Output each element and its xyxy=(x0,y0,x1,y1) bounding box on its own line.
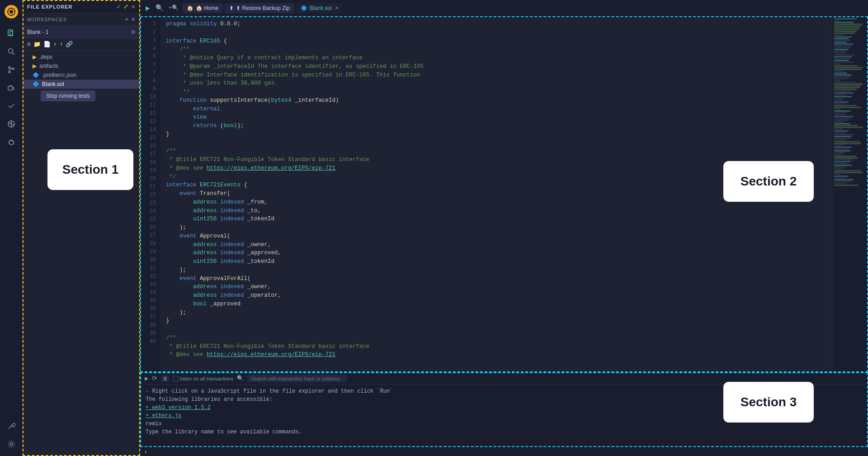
code-line-33: address indexed _operator, xyxy=(166,291,826,300)
sidebar-deploy-icon[interactable] xyxy=(3,116,19,132)
code-line-32: address indexed _owner, xyxy=(166,283,826,291)
ft-download-icon[interactable]: ⬇ xyxy=(60,41,63,48)
code-line-14: } xyxy=(166,130,826,139)
line-number-4: 4 xyxy=(153,44,156,52)
fe-expand-icon[interactable]: ⤢ xyxy=(123,3,129,10)
workspaces-bar: WORKSPACES + ≡ xyxy=(23,14,140,26)
terminal-line: The following libraries are accessible: xyxy=(146,395,863,404)
status-arrow-icon[interactable]: › xyxy=(144,448,147,456)
terminal-search-icon[interactable]: 🔍 xyxy=(237,375,244,382)
blank-tab-icon[interactable]: ⊙ xyxy=(132,28,135,36)
home-icon: 🏠 xyxy=(187,5,193,11)
line-number-34: 34 xyxy=(150,289,156,297)
listen-label: listen on all transactions xyxy=(180,376,233,381)
file-label-artifacts: artifacts xyxy=(39,63,58,69)
active-tab-label: Blank.sol xyxy=(310,5,332,11)
line-number-2: 2 xyxy=(153,28,156,36)
ft-link-icon[interactable]: 🔗 xyxy=(66,41,73,48)
ft-upload-icon[interactable]: ⬆ xyxy=(53,41,57,48)
terminal-recycle-icon[interactable]: ⟳ xyxy=(152,375,157,382)
code-content[interactable]: pragma solidity 0.8.0; interface ERC165 … xyxy=(160,16,832,372)
terminal-link[interactable]: • ethers.js xyxy=(146,413,181,419)
code-line-29: uint256 indexed _tokenId xyxy=(166,257,826,266)
app-logo[interactable] xyxy=(3,4,19,20)
file-item-blank-sol[interactable]: 🔷 Blank.sol xyxy=(23,80,140,89)
active-tab-close-icon[interactable]: ✕ xyxy=(335,5,339,10)
line-number-26: 26 xyxy=(150,223,156,232)
code-line-22: address indexed _from, xyxy=(166,198,826,207)
file-item-prettierrc[interactable]: 🔷 .prettierrc.json xyxy=(23,71,140,80)
terminal-arrow-icon[interactable]: ▶ xyxy=(145,375,148,382)
sidebar-plugin-icon[interactable] xyxy=(3,80,19,96)
line-number-6: 6 xyxy=(153,61,156,69)
ft-file-icon[interactable]: 📄 xyxy=(43,41,51,48)
active-file-tab[interactable]: 🔷 Blank.sol ✕ xyxy=(296,3,343,13)
code-line-27: address indexed _owner, xyxy=(166,241,826,249)
code-line-5: * @notice Query if a contract implements… xyxy=(166,54,826,62)
sidebar-check-icon[interactable] xyxy=(3,98,19,114)
topbar-play-icon[interactable]: ▶ xyxy=(144,2,152,14)
logo-circle xyxy=(5,5,18,19)
terminal-toolbar: ▶ ⟳ 0 listen on all transactions 🔍 xyxy=(140,373,868,385)
blank-tab[interactable]: Blank - 1 ⊙ xyxy=(23,26,140,38)
folder-icon-deps: ▶ xyxy=(33,54,37,60)
sidebar-settings-icon[interactable] xyxy=(3,436,19,452)
code-line-37 xyxy=(166,325,826,334)
svg-line-22 xyxy=(9,143,9,144)
code-line-9: */ xyxy=(166,88,826,96)
line-number-40: 40 xyxy=(150,337,156,346)
terminal-search-input[interactable] xyxy=(247,375,347,382)
sidebar-files-icon[interactable] xyxy=(3,25,19,42)
code-line-39: * @title ERC721 Non-Fungible Token Stand… xyxy=(166,342,826,351)
code-line-13: returns (bool); xyxy=(166,122,826,130)
sidebar-wrench-icon[interactable] xyxy=(3,418,19,434)
sidebar-debug-icon[interactable] xyxy=(3,134,19,150)
workspaces-label: WORKSPACES xyxy=(27,17,67,22)
restore-backup-button[interactable]: ⬆ ⬆ Restore Backup Zip xyxy=(225,3,294,13)
code-line-10: function supportsInterface(bytes4 _inter… xyxy=(166,96,826,105)
code-line-30: ); xyxy=(166,266,826,275)
line-number-15: 15 xyxy=(150,134,156,142)
topbar-zoomin-icon[interactable]: +🔍 xyxy=(167,3,180,13)
svg-rect-3 xyxy=(10,31,13,35)
ft-fold-icon[interactable]: ⊞ xyxy=(27,41,31,48)
line-number-19: 19 xyxy=(150,166,156,175)
code-line-7: * @dev Interface identification is speci… xyxy=(166,71,826,80)
code-line-6: * @param _interfaceId The interface iden… xyxy=(166,62,826,71)
workspaces-add-icon[interactable]: + xyxy=(125,16,128,23)
folder-icon-artifacts: ▶ xyxy=(33,63,37,69)
file-item-artifacts[interactable]: ▶ artifacts xyxy=(23,62,140,71)
file-label-blank-sol: Blank.sol xyxy=(42,81,64,87)
sidebar-search-icon[interactable] xyxy=(3,43,19,60)
workspaces-icons: + ≡ xyxy=(125,16,135,23)
svg-line-24 xyxy=(9,425,12,429)
editor-area: 1234567891011121314151617181920212223242… xyxy=(140,16,868,372)
code-line-20: interface ERC721Events { xyxy=(166,181,826,190)
file-label-prettierrc: .prettierrc.json xyxy=(42,72,76,78)
workspaces-menu-icon[interactable]: ≡ xyxy=(132,16,135,23)
file-icon-prettierrc: 🔷 xyxy=(33,72,39,78)
file-item-deps[interactable]: ▶ .deps xyxy=(23,52,140,62)
line-number-37: 37 xyxy=(150,313,156,321)
line-number-31: 31 xyxy=(150,264,156,272)
line-number-25: 25 xyxy=(150,215,156,223)
listen-checkbox[interactable] xyxy=(173,376,179,381)
svg-line-21 xyxy=(13,142,14,142)
topbar-zoomout-icon[interactable]: 🔍 xyxy=(154,2,165,14)
line-number-16: 16 xyxy=(150,142,156,150)
line-number-8: 8 xyxy=(153,77,156,85)
ft-folder-icon[interactable]: 📁 xyxy=(33,41,41,48)
stop-tooltip: Stop running tests xyxy=(41,90,95,101)
code-line-8: * uses less than 30,000 gas. xyxy=(166,79,826,88)
sidebar-git-icon[interactable] xyxy=(3,62,19,78)
home-label: 🏠 Home xyxy=(196,5,218,11)
home-button[interactable]: 🏠 🏠 Home xyxy=(182,3,223,13)
code-line-40: * @dev see https://eips.ethereum.org/EIP… xyxy=(166,351,826,359)
line-number-9: 9 xyxy=(153,85,156,93)
code-line-36: } xyxy=(166,317,826,325)
code-line-11: external xyxy=(166,105,826,114)
terminal-link[interactable]: • web3 version 1.5.2 xyxy=(146,404,211,411)
fe-check-icon[interactable]: ✓ xyxy=(117,3,120,10)
code-line-25: ); xyxy=(166,223,826,232)
fe-close-icon[interactable]: ✕ xyxy=(132,3,135,10)
